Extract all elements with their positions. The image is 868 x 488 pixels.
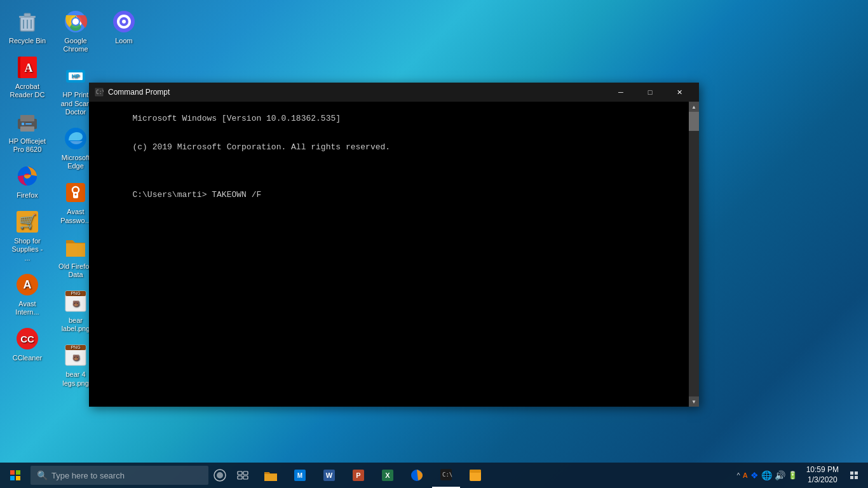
shop-supplies-icon: 🛒	[14, 208, 41, 235]
svg-text:A: A	[25, 62, 33, 74]
tray-up-arrow[interactable]: ^	[737, 471, 740, 479]
svg-rect-68	[470, 470, 481, 473]
cmd-content-area[interactable]: Microsoft Windows [Version 10.0.18362.53…	[89, 102, 699, 407]
avast-internet-icon: A	[14, 271, 41, 298]
shop-supplies-label: Shop for Supplies - ...	[8, 237, 46, 262]
svg-rect-46	[10, 470, 15, 475]
svg-rect-69	[850, 471, 853, 475]
svg-rect-54	[238, 476, 242, 479]
ccleaner-icon: CC	[14, 325, 41, 352]
desktop-icon-ccleaner[interactable]: CC CCleaner	[5, 322, 50, 365]
cmd-minimize-button[interactable]: ─	[606, 83, 635, 102]
taskbar-search-box[interactable]: 🔍 Type here to search	[31, 466, 208, 485]
svg-text:A: A	[24, 278, 32, 291]
svg-rect-72	[855, 476, 858, 479]
taskbar-store[interactable]: M	[286, 463, 314, 488]
firefox-icon	[14, 163, 41, 189]
system-tray[interactable]: ^ A ❖ 🌐 🔊 🔋	[733, 463, 801, 488]
tray-network[interactable]: 🌐	[761, 470, 772, 480]
command-prompt-window: C:\ Command Prompt ─ □ ✕ Microsoft Windo…	[89, 83, 699, 407]
desktop-icon-hp-officejet[interactable]: HP Officejet Pro 8620	[5, 105, 50, 157]
system-clock[interactable]: 10:59 PM 1/3/2020	[801, 463, 844, 488]
svg-rect-49	[16, 476, 20, 480]
cmd-scroll-thumb[interactable]	[689, 112, 699, 131]
cortana-button[interactable]	[208, 463, 231, 488]
svg-text:P: P	[356, 471, 360, 479]
svg-rect-52	[238, 471, 242, 475]
cmd-window-icon: C:\	[94, 87, 104, 97]
recycle-bin-label: Recycle Bin	[9, 37, 46, 45]
hp-officejet-label: HP Officejet Pro 8620	[8, 137, 46, 154]
desktop: Recycle Bin A Acrobat Reader DC	[0, 0, 868, 488]
taskbar-right-area: ^ A ❖ 🌐 🔊 🔋 10:59 PM 1/3/2020	[733, 463, 869, 488]
desktop-icon-shop-supplies[interactable]: 🛒 Shop for Supplies - ...	[5, 205, 50, 266]
cmd-titlebar[interactable]: C:\ Command Prompt ─ □ ✕	[89, 83, 699, 102]
loom-label: Loom	[115, 37, 133, 45]
tray-battery[interactable]: 🔋	[788, 471, 797, 480]
tray-volume[interactable]: 🔊	[775, 470, 785, 480]
svg-rect-70	[855, 471, 858, 475]
cmd-scroll-down[interactable]: ▼	[689, 396, 699, 407]
svg-text:🛒: 🛒	[19, 213, 37, 230]
svg-rect-55	[243, 476, 248, 479]
svg-text:W: W	[326, 471, 333, 479]
loom-icon	[111, 8, 137, 35]
firefox-label: Firefox	[17, 191, 38, 200]
svg-rect-10	[20, 115, 34, 121]
acrobat-label: Acrobat Reader DC	[8, 83, 46, 99]
taskbar-word[interactable]: W	[315, 463, 343, 488]
bear-label-icon: PNG 🐻	[62, 288, 89, 315]
avast-password-icon	[62, 179, 89, 206]
desktop-icon-col1: Recycle Bin A Acrobat Reader DC	[5, 5, 50, 365]
svg-text:M: M	[297, 472, 302, 479]
taskbar: 🔍 Type here to search	[0, 463, 868, 488]
taskbar-pinned-apps: M W P X	[254, 463, 733, 488]
cmd-maximize-button[interactable]: □	[635, 83, 665, 102]
cmd-title-text: Command Prompt	[108, 88, 606, 97]
clock-date: 1/3/2020	[808, 475, 837, 485]
google-chrome-icon	[62, 8, 89, 35]
svg-rect-48	[10, 476, 15, 480]
svg-point-43	[122, 20, 126, 24]
cmd-line1: Microsoft Windows [Version 10.0.18362.53…	[132, 114, 341, 123]
cmd-scrollbar[interactable]: ▲ ▼	[689, 102, 699, 407]
taskbar-file-explorer[interactable]	[257, 463, 285, 488]
search-placeholder: Type here to search	[51, 471, 125, 480]
svg-text:PNG: PNG	[71, 345, 80, 349]
hp-scan-icon: HP	[62, 62, 89, 89]
google-chrome-label: Google Chrome	[57, 37, 95, 53]
taskbar-powerpoint[interactable]: P	[344, 463, 372, 488]
cmd-scroll-up[interactable]: ▲	[689, 102, 699, 112]
svg-text:🐻: 🐻	[72, 354, 80, 362]
cmd-window-controls: ─ □ ✕	[606, 83, 694, 102]
notification-button[interactable]	[844, 463, 864, 488]
svg-text:HP: HP	[72, 73, 80, 79]
taskbar-excel[interactable]: X	[374, 463, 402, 488]
desktop-icon-recycle-bin[interactable]: Recycle Bin	[5, 5, 50, 48]
desktop-icon-google-chrome[interactable]: Google Chrome	[53, 5, 98, 57]
desktop-icon-acrobat[interactable]: A Acrobat Reader DC	[5, 51, 50, 102]
svg-point-24	[72, 18, 79, 25]
cmd-close-button[interactable]: ✕	[665, 83, 694, 102]
taskbar-firefox[interactable]	[403, 463, 431, 488]
desktop-icon-firefox[interactable]: Firefox	[5, 159, 50, 203]
cmd-terminal-output[interactable]: Microsoft Windows [Version 10.0.18362.53…	[89, 102, 689, 407]
svg-text:CC: CC	[20, 334, 34, 344]
start-button[interactable]	[0, 463, 31, 488]
search-icon: 🔍	[37, 470, 48, 480]
task-view-button[interactable]	[231, 463, 254, 488]
hp-officejet-icon	[14, 109, 41, 135]
cmd-scroll-track[interactable]	[689, 112, 699, 396]
desktop-icon-loom[interactable]: Loom	[102, 5, 146, 48]
old-firefox-data-icon	[62, 234, 89, 261]
taskbar-sticky[interactable]	[461, 463, 489, 488]
taskbar-cmd[interactable]: C:\	[432, 463, 460, 488]
clock-time: 10:59 PM	[806, 465, 839, 475]
ccleaner-label: CCleaner	[13, 354, 42, 362]
cmd-line4: C:\Users\marti> TAKEOWN /F	[132, 190, 261, 200]
tray-avast[interactable]: A	[743, 471, 748, 479]
tray-dropbox[interactable]: ❖	[750, 470, 759, 480]
svg-text:X: X	[385, 471, 390, 479]
svg-rect-47	[16, 470, 20, 475]
desktop-icon-avast-internet[interactable]: A Avast Intern...	[5, 268, 50, 320]
